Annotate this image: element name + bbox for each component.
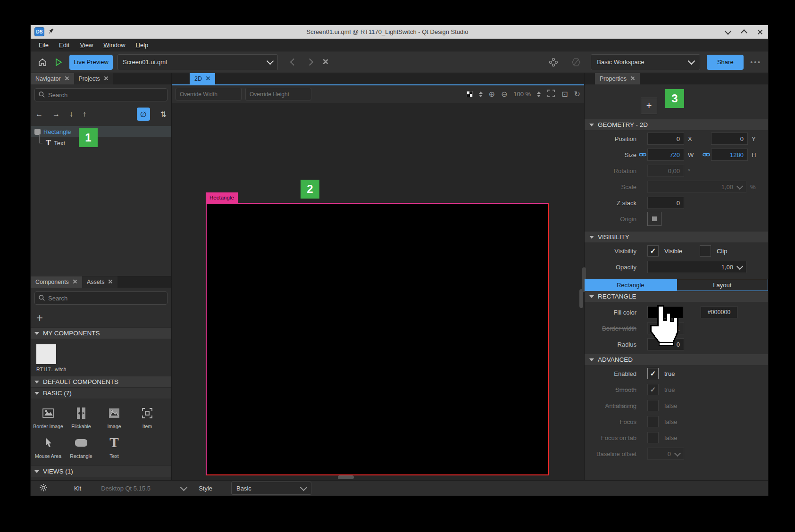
advanced-section-header[interactable]: ADVANCED	[585, 354, 768, 365]
tab-layout[interactable]: Layout	[677, 279, 769, 291]
tab-components[interactable]: Components	[31, 276, 82, 288]
move-right-icon[interactable]: →	[52, 110, 60, 118]
horizontal-scrollbar[interactable]	[338, 475, 354, 479]
rotation-input[interactable]: 0,00	[647, 165, 684, 177]
live-preview-button[interactable]: Live Preview	[69, 55, 113, 70]
override-height-input[interactable]	[245, 88, 311, 100]
background-color-icon[interactable]	[467, 91, 473, 97]
focus-checkbox[interactable]	[647, 416, 659, 427]
fill-color-hex-input[interactable]: #000000	[701, 306, 737, 318]
position-y-input[interactable]: 0	[711, 133, 748, 145]
close-button[interactable]	[752, 25, 768, 39]
override-width-input[interactable]	[176, 88, 242, 100]
visible-checkbox[interactable]	[647, 245, 659, 257]
menu-file[interactable]: File	[33, 40, 54, 50]
maximize-button[interactable]	[736, 25, 752, 39]
focus-on-tab-checkbox[interactable]	[647, 432, 659, 443]
close-document-button[interactable]	[318, 54, 334, 70]
style-dropdown[interactable]: Basic	[231, 482, 311, 495]
component-rectangle[interactable]: Rectangle	[65, 432, 98, 462]
settings-gear-icon[interactable]	[39, 483, 48, 493]
tree-item-rectangle[interactable]: Rectangle	[31, 126, 171, 137]
menu-help[interactable]: Help	[131, 40, 154, 50]
smooth-checkbox[interactable]	[647, 384, 659, 395]
fit-to-screen-icon[interactable]	[547, 89, 555, 99]
workspace-dropdown[interactable]: Basic Workspace	[591, 54, 700, 70]
filter-invisible-toggle[interactable]: ∅	[137, 108, 150, 121]
component-flickable[interactable]: Flickable	[65, 402, 98, 432]
zstack-input[interactable]: 0	[647, 197, 684, 209]
background-spinner[interactable]	[479, 91, 483, 97]
tab-properties[interactable]: Properties	[595, 73, 640, 84]
pin-icon[interactable]	[47, 27, 55, 36]
move-left-icon[interactable]: ←	[35, 110, 43, 118]
refresh-icon[interactable]: ↻	[574, 91, 580, 98]
home-button[interactable]	[34, 54, 50, 70]
menu-view[interactable]: View	[75, 40, 98, 50]
add-property-button[interactable]: +	[641, 98, 657, 114]
forward-button[interactable]	[301, 54, 318, 70]
more-options-button[interactable]: •••	[750, 58, 762, 66]
component-mouse-area[interactable]: Mouse Area	[32, 432, 65, 462]
my-components-header[interactable]: MY COMPONENTS	[31, 327, 171, 339]
add-module-button[interactable]: +	[36, 311, 43, 324]
move-up-icon[interactable]: ↑	[83, 110, 86, 118]
views-header[interactable]: VIEWS (1)	[31, 466, 171, 477]
tab-rectangle[interactable]: Rectangle	[585, 279, 677, 291]
component-item[interactable]: Item	[131, 402, 164, 432]
close-icon[interactable]	[73, 280, 77, 284]
menu-window[interactable]: Window	[98, 40, 130, 50]
size-height-input[interactable]: 1280	[711, 149, 748, 161]
rectangle-section-header[interactable]: RECTANGLE	[585, 291, 768, 302]
annotations-icon[interactable]	[545, 54, 561, 70]
baseline-offset-input[interactable]: 0	[647, 448, 684, 460]
visibility-section-header[interactable]: VISIBILITY	[585, 232, 768, 242]
link-icon[interactable]	[703, 152, 710, 158]
reverse-order-icon[interactable]: ⇅	[160, 110, 167, 119]
kit-dropdown[interactable]: Desktop Qt 5.15.5	[101, 485, 181, 492]
open-file-dropdown[interactable]: Screen01.ui.qml	[117, 54, 278, 70]
close-icon[interactable]	[104, 76, 109, 81]
close-icon[interactable]	[206, 76, 210, 81]
qml-rectangle[interactable]	[206, 203, 549, 475]
components-search-input[interactable]	[34, 291, 167, 305]
run-button[interactable]	[50, 54, 67, 70]
origin-selector[interactable]	[647, 212, 661, 226]
component-text[interactable]: T Text	[98, 432, 131, 462]
enabled-checkbox[interactable]	[647, 368, 659, 379]
back-button[interactable]	[285, 54, 301, 70]
close-icon[interactable]	[108, 280, 113, 284]
zoom-level-value[interactable]: 100 %	[513, 91, 531, 98]
close-icon[interactable]	[630, 76, 635, 81]
size-width-input[interactable]: 720	[647, 149, 684, 161]
tab-projects[interactable]: Projects	[74, 73, 113, 84]
antialiasing-checkbox[interactable]	[647, 400, 659, 411]
tree-item-text[interactable]: T Text	[31, 137, 171, 149]
component-border-image[interactable]: Border Image	[32, 402, 65, 432]
zoom-in-icon[interactable]: ⊕	[489, 91, 495, 98]
basic-components-header[interactable]: BASIC (7)	[31, 387, 171, 399]
close-icon[interactable]	[65, 76, 69, 81]
reset-view-icon[interactable]: ⊡	[561, 91, 568, 98]
canvas[interactable]: Rectangle 2	[172, 103, 584, 480]
tab-2d[interactable]: 2D	[190, 73, 215, 84]
tab-navigator[interactable]: Navigator	[31, 73, 74, 84]
position-x-input[interactable]: 0	[647, 133, 684, 145]
minimize-button[interactable]	[720, 25, 736, 39]
geometry-section-header[interactable]: GEOMETRY - 2D	[585, 119, 768, 130]
zoom-spinner[interactable]	[537, 91, 541, 97]
opacity-input[interactable]: 1,00	[647, 261, 746, 273]
menu-edit[interactable]: Edit	[54, 40, 75, 50]
link-icon[interactable]	[639, 152, 646, 158]
clip-checkbox[interactable]	[700, 245, 711, 257]
navigator-search-input[interactable]	[34, 88, 167, 101]
share-button[interactable]: Share	[707, 55, 744, 70]
zoom-out-icon[interactable]: ⊖	[501, 91, 507, 98]
tab-assets[interactable]: Assets	[82, 276, 118, 288]
default-components-header[interactable]: DEFAULT COMPONENTS	[31, 376, 171, 387]
component-rt1170-switch[interactable]: RT117...witch	[31, 339, 171, 376]
chevron-down-icon[interactable]	[180, 483, 188, 491]
component-image[interactable]: Image	[98, 402, 131, 432]
scale-input[interactable]: 1,00	[647, 181, 746, 193]
move-down-icon[interactable]: ↓	[69, 110, 73, 118]
